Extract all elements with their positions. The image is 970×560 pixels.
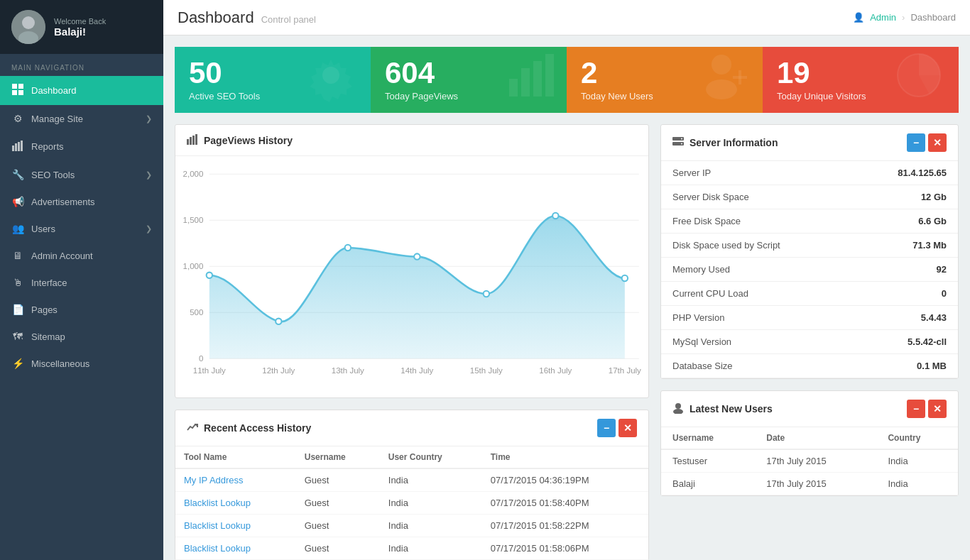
breadcrumb-admin[interactable]: Admin [870,12,896,23]
dashboard-icon [11,84,24,97]
sidebar-item-miscellaneous[interactable]: ⚡ Miscellaneous [0,350,163,377]
access-history-table: Tool Name Username User Country Time My … [175,446,648,560]
sidebar-item-label: Admin Account [31,251,152,261]
minimize-button[interactable]: − [907,133,925,152]
sidebar-username: Balaji! [54,26,106,38]
left-column: PageViews History 2,000 1,500 1,000 500 [175,124,649,560]
close-button[interactable]: ✕ [928,400,947,418]
close-button[interactable]: ✕ [928,133,947,152]
stat-card-pageviews: 604 Today PageViews [371,47,567,113]
stat-card-seo-tools: 50 Active SEO Tools [175,47,371,113]
panel-header: Latest New Users − ✕ [661,391,958,427]
misc-icon: ⚡ [11,358,24,369]
sidebar-item-pages[interactable]: 📄 Pages [0,296,163,323]
sidebar-item-label: Advertisements [31,197,152,207]
minimize-button[interactable]: − [597,419,616,437]
avatar [11,10,45,44]
latest-users-panel: Latest New Users − ✕ Username [660,390,959,496]
seo-tools-icon: 🔧 [11,169,24,180]
col-tool-name: Tool Name [175,446,296,468]
table-row: MySql Version5.5.42-cll [661,330,958,354]
topbar-right: 👤 Admin › Dashboard [853,12,956,23]
svg-rect-23 [192,136,195,145]
chevron-right-icon: ❯ [146,170,152,180]
sidebar-item-admin-account[interactable]: 🖥 Admin Account [0,242,163,269]
table-row: Blacklist LookupGuestIndia07/17/2015 01:… [175,537,648,560]
stat-label: Today Unique Visitors [777,91,866,101]
panel-title: Server Information [672,137,778,149]
close-button[interactable]: ✕ [618,419,637,437]
chart-container: 2,000 1,500 1,000 500 0 [181,165,643,392]
chevron-right-icon: ❯ [146,224,152,234]
svg-rect-21 [187,139,189,145]
svg-rect-14 [533,61,542,97]
sidebar-item-label: Dashboard [31,85,152,96]
sitemap-icon: 🗺 [11,331,24,342]
svg-rect-7 [12,146,14,151]
svg-point-53 [675,403,681,409]
svg-text:1,500: 1,500 [183,216,204,224]
minimize-button[interactable]: − [907,400,925,418]
svg-rect-5 [12,90,17,95]
content-area: 50 Active SEO Tools 604 Today PageViews [163,35,970,560]
manage-site-icon: ⚙ [11,113,24,124]
sidebar-item-users[interactable]: 👥 Users ❯ [0,215,163,242]
table-row: Server Disk Space12 Gb [661,185,958,209]
svg-text:15th July: 15th July [470,366,503,375]
access-history-panel: Recent Access History − ✕ Tool Name [175,410,649,560]
server-info-table: Server IP81.4.125.65Server Disk Space12 … [661,161,958,378]
pages-icon: 📄 [11,304,24,315]
svg-point-50 [681,138,682,139]
server-info-panel: Server Information − ✕ Server IP81.4.125… [660,124,959,379]
col-country: Country [876,427,958,449]
panel-actions: − ✕ [907,133,947,152]
svg-rect-10 [21,141,23,151]
table-row: Disk Space used by Script71.3 Mb [661,234,958,258]
chart-body: 2,000 1,500 1,000 500 0 [175,156,648,397]
sidebar-item-dashboard[interactable]: Dashboard [0,76,163,105]
right-column: Server Information − ✕ Server IP81.4.125… [660,124,959,560]
sidebar-item-label: Manage Site [31,114,138,124]
admin-icon: 👤 [853,12,864,23]
panel-actions: − ✕ [907,400,947,418]
col-time: Time [482,446,648,468]
advertisements-icon: 📢 [11,196,24,207]
sidebar-item-reports[interactable]: Reports [0,132,163,161]
panel-title: Recent Access History [187,422,311,435]
access-history-body: Tool Name Username User Country Time My … [175,446,648,560]
gear-icon [303,47,359,113]
sidebar-item-label: Interface [31,278,152,288]
col-country: User Country [380,446,482,468]
sidebar-item-sitemap[interactable]: 🗺 Sitemap [0,323,163,350]
sidebar: Welcome Back Balaji! MAIN NAVIGATION Das… [0,0,163,560]
sidebar-header: Welcome Back Balaji! [0,0,163,54]
sidebar-nav: Dashboard ⚙ Manage Site ❯ Reports 🔧 SEO … [0,76,163,377]
sidebar-item-label: Users [31,224,138,234]
svg-point-37 [345,245,351,251]
server-info-body: Server IP81.4.125.65Server Disk Space12 … [661,161,958,378]
table-row: PHP Version5.4.43 [661,306,958,330]
topbar: Dashboard Control panel 👤 Admin › Dashbo… [163,0,970,35]
svg-rect-15 [545,54,554,97]
sidebar-item-label: Miscellaneous [31,358,152,369]
user-plus-icon [702,50,751,109]
svg-text:13th July: 13th July [332,366,364,375]
stat-label: Active SEO Tools [189,91,260,101]
svg-rect-6 [18,90,23,95]
svg-text:0: 0 [199,354,203,363]
table-row: Free Disk Space6.6 Gb [661,209,958,234]
svg-point-54 [673,409,683,414]
sidebar-item-seo-tools[interactable]: 🔧 SEO Tools ❯ [0,161,163,188]
sidebar-item-interface[interactable]: 🖱 Interface [0,269,163,296]
svg-text:2,000: 2,000 [183,170,204,178]
svg-text:1,000: 1,000 [183,262,204,270]
sidebar-item-manage-site[interactable]: ⚙ Manage Site ❯ [0,105,163,132]
latest-users-table: Username Date Country Testuser17th July … [661,427,958,495]
stat-number: 19 [777,58,866,88]
table-row: Current CPU Load0 [661,282,958,306]
admin-account-icon: 🖥 [11,250,24,261]
svg-point-40 [552,213,558,219]
sidebar-item-advertisements[interactable]: 📢 Advertisements [0,188,163,215]
svg-rect-22 [190,137,192,145]
table-row: Memory Used92 [661,258,958,282]
